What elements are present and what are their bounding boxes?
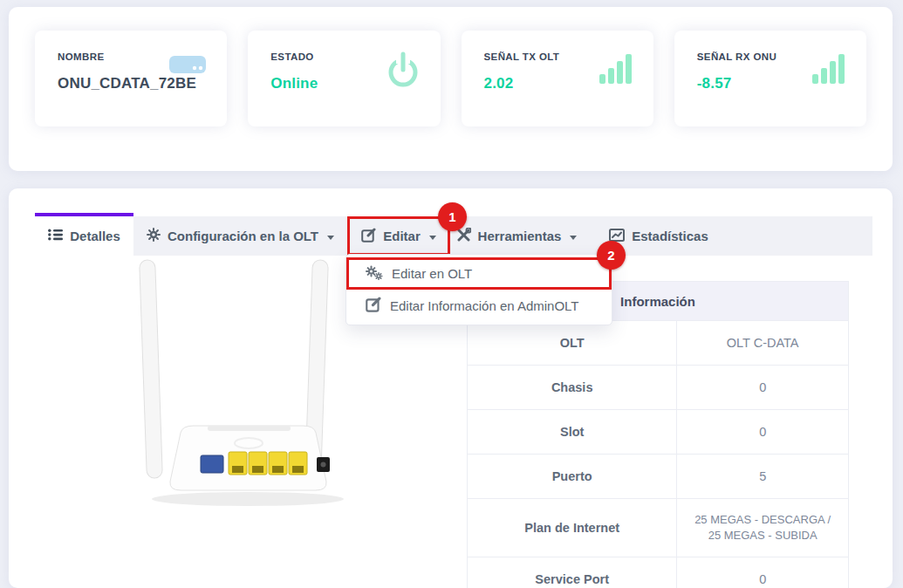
router-image [133, 258, 381, 513]
row-name-slot: Slot [468, 410, 677, 455]
tab-label: Editar [383, 229, 421, 243]
row-name-puerto: Puerto [468, 455, 677, 499]
tools-icon [456, 228, 471, 244]
tab-label: Detalles [70, 229, 120, 243]
row-value-slot: 0 [677, 410, 849, 455]
signal-bars-icon [599, 51, 634, 90]
tab-label: Estadísticas [632, 229, 708, 243]
cogs-icon [366, 265, 383, 283]
table-row: OLT OLT C-DATA [468, 321, 849, 366]
annotation-badge-2: 2 [597, 241, 626, 270]
tab-herramientas[interactable]: Herramientas [450, 216, 583, 256]
tab-bar: Detalles Configuración en la [35, 216, 872, 256]
server-icon [168, 51, 208, 81]
table-row: Slot 0 [468, 410, 849, 455]
table-row: Plan de Internet 25 MEGAS - DESCARGA / 2… [468, 499, 849, 557]
chevron-down-icon [570, 236, 577, 240]
stat-card-senal-rx-onu: SEÑAL RX ONU -8.57 [674, 31, 866, 126]
annotation-badge-1: 1 [438, 202, 467, 231]
information-table: Información OLT OLT C-DATA Chasis 0 Slot… [467, 281, 849, 588]
chevron-down-icon [327, 236, 334, 240]
editar-dropdown-menu: Editar en OLT 2 Editar Información en Ad… [345, 254, 612, 325]
onu-detail-page: NOMBRE ONU_CDATA_72BE ESTADO Online [0, 0, 903, 588]
tab-label: Herramientas [478, 229, 562, 243]
tab-configuracion-olt[interactable]: Configuración en la OLT [133, 216, 347, 256]
tab-editar[interactable]: Editar 1 [347, 216, 450, 256]
tab-label: Configuración en la OLT [168, 229, 318, 243]
stat-card-estado: ESTADO Online [248, 31, 440, 126]
stats-row: NOMBRE ONU_CDATA_72BE ESTADO Online [9, 7, 893, 126]
signal-bars-icon [812, 51, 847, 90]
power-icon [385, 51, 421, 93]
row-name-service-port: Service Port [468, 557, 677, 588]
row-value-puerto: 5 [677, 455, 849, 499]
row-value-service-port: 0 [677, 557, 849, 588]
row-value-chasis: 0 [677, 366, 849, 410]
table-row: Chasis 0 [468, 366, 849, 410]
tab-detalles[interactable]: Detalles [35, 213, 133, 256]
row-value-olt: OLT C-DATA [677, 321, 849, 366]
list-icon [48, 229, 63, 243]
menu-item-label: Editar en OLT [392, 266, 472, 281]
gear-icon [147, 228, 161, 244]
table-row: Puerto 5 [468, 455, 849, 499]
chevron-down-icon [429, 236, 436, 240]
menu-item-editar-informacion-adminolt[interactable]: Editar Información en AdminOLT [346, 290, 612, 322]
edit-icon [366, 297, 381, 315]
menu-item-label: Editar Información en AdminOLT [390, 298, 579, 313]
row-value-plan: 25 MEGAS - DESCARGA / 25 MEGAS - SUBIDA [677, 499, 849, 557]
edit-icon [361, 228, 376, 245]
annotation-outline-step2 [346, 257, 612, 290]
stat-card-senal-tx-olt: SEÑAL TX OLT 2.02 [462, 31, 653, 126]
stat-card-nombre: NOMBRE ONU_CDATA_72BE [35, 31, 227, 126]
row-name-olt: OLT [468, 321, 677, 366]
row-name-plan: Plan de Internet [468, 499, 677, 557]
row-name-chasis: Chasis [468, 366, 677, 410]
stats-panel: NOMBRE ONU_CDATA_72BE ESTADO Online [9, 7, 893, 171]
table-row: Service Port 0 [468, 557, 849, 588]
menu-item-editar-en-olt[interactable]: Editar en OLT 2 [346, 257, 612, 290]
